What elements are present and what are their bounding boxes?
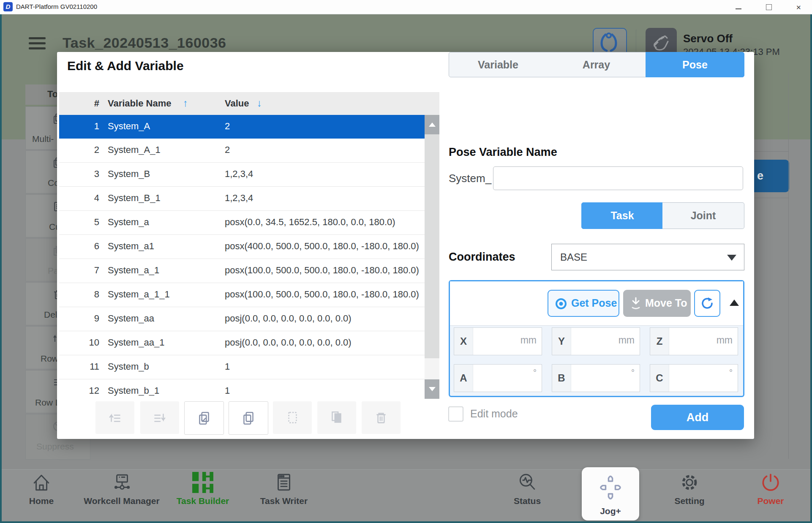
- table-scrollbar[interactable]: [425, 115, 439, 399]
- row-indent-icon: [152, 410, 168, 426]
- table-cell: 6: [76, 241, 99, 252]
- sort-asc-icon[interactable]: ↑: [183, 97, 188, 109]
- table-cell: 2: [76, 144, 99, 155]
- pose-field-y[interactable]: Ymm: [552, 327, 640, 355]
- edit-mode-checkbox[interactable]: [448, 406, 463, 422]
- get-pose-icon: [554, 297, 568, 311]
- table-row[interactable]: 2System_A_12: [59, 139, 425, 163]
- move-to-label: Move To: [645, 297, 687, 309]
- table-row[interactable]: 11System_b1: [59, 355, 425, 379]
- hidden-save-button-fragment: e: [750, 160, 789, 192]
- tab-pose[interactable]: Pose: [646, 52, 744, 77]
- table-cell: 9: [76, 313, 99, 324]
- nav-task-builder[interactable]: Task Builder: [165, 471, 241, 519]
- pose-field-x[interactable]: Xmm: [454, 327, 542, 355]
- window-minimize-button[interactable]: [732, 3, 745, 12]
- table-cell: 7: [76, 265, 99, 276]
- pose-field-z[interactable]: Zmm: [650, 327, 738, 355]
- scrollbar-thumb[interactable]: [425, 134, 439, 358]
- table-row[interactable]: 5System_aposx(0.0, 34.5, 1652.5, 180.0, …: [59, 211, 425, 235]
- variable-name-input[interactable]: [493, 166, 743, 190]
- frame-left: [0, 14, 2, 523]
- nav-label: Task Builder: [165, 496, 241, 506]
- window-close-button[interactable]: ✕: [793, 3, 806, 12]
- trash-icon: [373, 410, 389, 426]
- get-pose-button[interactable]: Get Pose: [548, 290, 619, 317]
- table-cell: 2: [225, 121, 230, 132]
- table-cell: 8: [76, 289, 99, 300]
- window-close-icon: ✕: [796, 4, 801, 11]
- nav-setting[interactable]: Setting: [651, 471, 728, 519]
- field-unit: °: [631, 368, 635, 378]
- paste-button[interactable]: [273, 401, 312, 434]
- delete-button[interactable]: [362, 401, 401, 434]
- row-indent-button[interactable]: [140, 401, 179, 434]
- field-unit: mm: [520, 335, 537, 346]
- toggle-task[interactable]: Task: [581, 202, 663, 229]
- table-cell: 1: [76, 121, 99, 132]
- table-row[interactable]: 10System_aa_1posj(0.0, 0.0, 0.0, 0.0, 0.…: [59, 331, 425, 355]
- pose-field-c[interactable]: C°: [650, 364, 738, 392]
- nav-home[interactable]: Home: [16, 471, 67, 519]
- header-separator: [636, 30, 636, 53]
- window-maximize-button[interactable]: [763, 3, 775, 12]
- table-cell: System_a: [108, 217, 149, 228]
- sort-desc-icon[interactable]: ↓: [257, 97, 262, 109]
- task-title: Task_20240513_160036: [63, 35, 226, 51]
- hidden-panel-edge: [788, 73, 789, 459]
- table-row[interactable]: 4System_B_11,2,3,4: [59, 187, 425, 211]
- table-row[interactable]: 9System_aaposj(0.0, 0.0, 0.0, 0.0, 0.0, …: [59, 307, 425, 331]
- table-cell: 12: [76, 385, 99, 396]
- table-cell: 1,2,3,4: [225, 169, 253, 180]
- nav-status[interactable]: Status: [489, 471, 565, 519]
- move-to-button[interactable]: Move To: [623, 290, 691, 317]
- table-row[interactable]: 1System_A2: [59, 115, 425, 139]
- table-cell: 11: [76, 361, 99, 372]
- screen: D DART-Platform GV02110200 ✕ Task_202405…: [0, 0, 812, 523]
- frame-bottom: [0, 521, 812, 523]
- nav-power[interactable]: Power: [733, 471, 809, 519]
- column-name[interactable]: Variable Name: [108, 98, 171, 109]
- toggle-joint[interactable]: Joint: [662, 202, 744, 229]
- table-cell: 1: [225, 385, 230, 396]
- table-row[interactable]: 3System_B1,2,3,4: [59, 163, 425, 187]
- copy-button[interactable]: [229, 401, 268, 435]
- add-button[interactable]: Add: [651, 405, 744, 430]
- paste-icon: [284, 410, 300, 426]
- table-row[interactable]: 12System_b_11: [59, 379, 425, 399]
- nav-label: Setting: [651, 496, 728, 506]
- arrow-up-icon: [429, 123, 436, 127]
- table-row[interactable]: 8System_a_1_1posx(100.0, 500.0, 500.0, 1…: [59, 283, 425, 307]
- tab-array[interactable]: Array: [547, 52, 646, 77]
- edit-mode-label: Edit mode: [470, 408, 518, 420]
- move-to-icon: [629, 296, 643, 311]
- table-row[interactable]: 7System_a_1posx(100.0, 500.0, 500.0, 180…: [59, 259, 425, 283]
- duplicate-button[interactable]: [317, 401, 356, 434]
- table-cell: System_a_1_1: [108, 289, 170, 300]
- window-titlebar: D DART-Platform GV02110200 ✕: [0, 0, 812, 14]
- table-cell: posj(0.0, 0.0, 0.0, 0.0, 0.0, 0.0): [225, 313, 352, 324]
- table-cell: 3: [76, 169, 99, 180]
- dialog-title: Edit & Add Variable: [67, 59, 184, 73]
- select-all-button[interactable]: [184, 401, 224, 435]
- scroll-down-button[interactable]: [425, 379, 439, 399]
- sidebar-item-label: Row: [41, 354, 58, 364]
- collapse-up-icon[interactable]: [730, 300, 739, 306]
- nav-task-writer[interactable]: Task Writer: [246, 471, 322, 519]
- pose-field-b[interactable]: B°: [552, 364, 640, 392]
- refresh-icon: [700, 296, 715, 311]
- pose-field-a[interactable]: A°: [454, 364, 542, 392]
- table-row[interactable]: 6System_a1posx(400.0, 500.0, 500.0, 180.…: [59, 235, 425, 259]
- row-outdent-button[interactable]: [95, 401, 134, 434]
- scroll-up-button[interactable]: [425, 115, 439, 134]
- column-value[interactable]: Value: [225, 98, 249, 109]
- table-cell: 10: [76, 337, 99, 348]
- nav-label: Jog+: [582, 506, 639, 516]
- nav-jog[interactable]: Jog+: [582, 467, 639, 520]
- refresh-pose-button[interactable]: [694, 290, 720, 317]
- nav-label: Task Writer: [246, 496, 322, 506]
- nav-workcell-manager[interactable]: Workcell Manager: [75, 471, 168, 519]
- menu-hamburger-icon[interactable]: [29, 37, 46, 52]
- coordinates-dropdown[interactable]: BASE: [551, 244, 744, 270]
- tab-variable[interactable]: Variable: [449, 52, 548, 77]
